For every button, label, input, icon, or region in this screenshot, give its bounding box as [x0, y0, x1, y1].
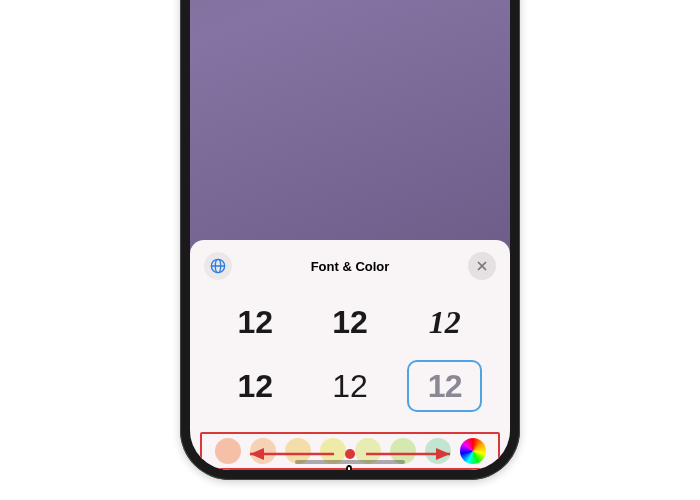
- color-swatch-0[interactable]: [215, 438, 241, 464]
- language-button[interactable]: [204, 252, 232, 280]
- font-option-5[interactable]: 12: [407, 360, 482, 412]
- font-option-3[interactable]: 12: [218, 360, 293, 412]
- home-indicator[interactable]: [295, 460, 405, 464]
- color-swatch-row[interactable]: [200, 432, 500, 470]
- close-icon: [476, 260, 488, 272]
- globe-icon: [210, 258, 226, 274]
- font-option-4[interactable]: 12: [313, 360, 388, 412]
- color-swatch-1[interactable]: [250, 438, 276, 464]
- close-button[interactable]: [468, 252, 496, 280]
- sheet-header: Font & Color: [190, 240, 510, 288]
- color-picker-wheel[interactable]: [460, 438, 486, 464]
- font-option-1[interactable]: 12: [313, 296, 388, 348]
- font-option-2[interactable]: 12: [407, 296, 482, 348]
- sheet-title: Font & Color: [311, 259, 390, 274]
- font-option-0[interactable]: 12: [218, 296, 293, 348]
- font-color-sheet: Font & Color 12 12 12 12 12 12: [190, 240, 510, 470]
- phone-frame: Font & Color 12 12 12 12 12 12: [180, 0, 520, 480]
- font-grid: 12 12 12 12 12 12: [190, 288, 510, 424]
- phone-screen: Font & Color 12 12 12 12 12 12: [190, 0, 510, 470]
- color-swatch-6[interactable]: [425, 438, 451, 464]
